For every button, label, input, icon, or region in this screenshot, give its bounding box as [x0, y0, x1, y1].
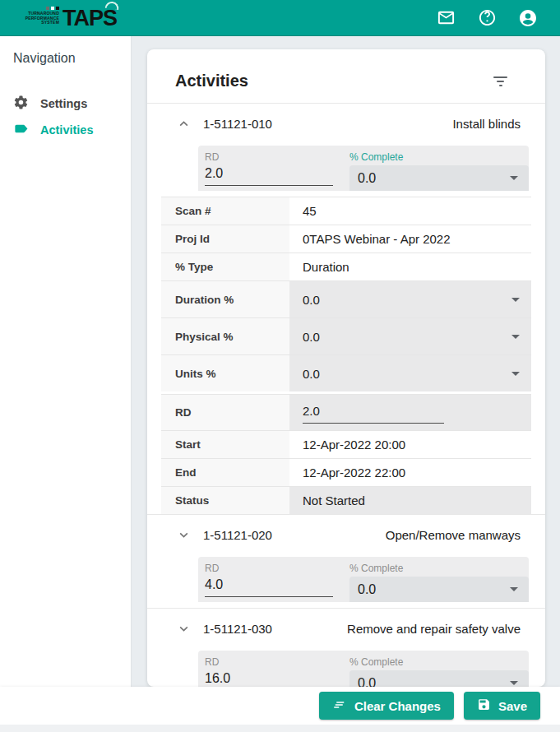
pct-complete-select[interactable]: 0.0 — [349, 670, 529, 687]
rd-field-label: RD — [205, 151, 343, 163]
physical-pct-select[interactable]: 0.0 — [289, 318, 531, 354]
detail-row-projid: Proj Id 0TAPS Webinar - Apr 2022 — [161, 225, 531, 252]
sidebar-title: Navigation — [0, 51, 131, 66]
activity-item: 1-51121-010 Install blinds RD % Complete… — [147, 103, 545, 514]
detail-row-physical-pct: Physical % 0.0 — [161, 317, 531, 354]
taps-logo[interactable]: TURNAROUND PERFORMANCE SYSTEM TAPS — [23, 6, 117, 30]
status-value: Not Started — [289, 487, 531, 514]
detail-row-start: Start 12-Apr-2022 20:00 — [161, 430, 531, 458]
chevron-down-icon — [511, 372, 520, 376]
quick-edit-section: RD % Complete 0.0 — [198, 651, 529, 687]
sidebar-item-label: Activities — [40, 123, 93, 137]
activity-header[interactable]: 1-51121-030 Remove and repair safety val… — [147, 609, 545, 648]
logo-small-text: TURNAROUND PERFORMANCE SYSTEM — [23, 12, 59, 25]
activity-item: 1-51121-020 Open/Remove manways RD % Com… — [147, 514, 545, 602]
activity-id: 1-51121-010 — [203, 117, 272, 131]
detail-row-duration-pct: Duration % 0.0 — [161, 280, 531, 317]
header-icons — [436, 8, 538, 28]
logo-swoosh — [104, 0, 119, 9]
rd-input[interactable] — [205, 164, 333, 186]
units-pct-select[interactable]: 0.0 — [289, 355, 531, 391]
rd-field-group: RD — [205, 563, 343, 602]
sidebar-item-activities[interactable]: Activities — [0, 117, 131, 143]
pct-complete-select[interactable]: 0.0 — [349, 165, 529, 191]
chevron-down-icon — [510, 681, 518, 685]
mail-icon[interactable] — [436, 8, 456, 28]
pct-field-group: % Complete 0.0 — [349, 656, 529, 687]
detail-row-scan: Scan # 45 — [161, 197, 531, 225]
page-title: Activities — [175, 72, 248, 90]
pct-field-group: % Complete 0.0 — [349, 563, 529, 602]
rd-input[interactable] — [205, 669, 333, 687]
activity-description: Remove and repair safety valve — [347, 622, 521, 636]
rd-input[interactable] — [205, 575, 333, 597]
pct-complete-value: 0.0 — [358, 171, 376, 186]
rd-field-label: RD — [205, 656, 343, 668]
chevron-down-icon — [511, 298, 520, 302]
activities-card: Activities 1-51121-010 Install blinds — [147, 49, 545, 687]
activity-header[interactable]: 1-51121-020 Open/Remove manways — [147, 515, 545, 554]
app-root: TURNAROUND PERFORMANCE SYSTEM TAPS Navig… — [0, 0, 560, 732]
chevron-down-icon[interactable] — [174, 525, 193, 544]
sidebar-item-label: Settings — [40, 97, 87, 110]
detail-row-status: Status Not Started — [161, 486, 531, 514]
clear-changes-button[interactable]: Clear Changes — [319, 692, 454, 720]
pct-field-label: % Complete — [349, 151, 529, 163]
gear-icon — [13, 95, 29, 113]
logo-wordmark: TAPS — [62, 6, 117, 30]
detail-row-units-pct: Units % 0.0 — [161, 354, 531, 391]
chevron-up-icon[interactable] — [174, 114, 193, 133]
account-icon[interactable] — [518, 8, 538, 28]
duration-pct-select[interactable]: 0.0 — [289, 281, 531, 317]
quick-edit-section: RD % Complete 0.0 — [198, 557, 529, 602]
help-icon[interactable] — [477, 8, 497, 28]
activity-details: Scan # 45 Proj Id 0TAPS Webinar - Apr 20… — [161, 197, 531, 514]
label-icon — [13, 121, 29, 139]
chevron-down-icon — [511, 335, 520, 339]
pct-complete-value: 0.0 — [358, 582, 376, 597]
pct-field-label: % Complete — [349, 656, 529, 668]
rd-detail-input[interactable] — [303, 402, 444, 424]
sidebar-item-settings[interactable]: Settings — [0, 90, 131, 117]
chevron-down-icon[interactable] — [174, 618, 193, 638]
logo-marks — [46, 7, 59, 10]
save-button[interactable]: Save — [464, 692, 540, 720]
rd-field-group: RD — [205, 151, 343, 191]
pct-complete-select[interactable]: 0.0 — [349, 577, 529, 602]
activity-description: Install blinds — [452, 117, 521, 131]
pct-field-label: % Complete — [349, 563, 529, 574]
detail-row-pcttype: % Type Duration — [161, 252, 531, 280]
save-icon — [477, 697, 491, 714]
detail-row-rd: RD — [161, 394, 531, 430]
rd-field-group: RD — [205, 656, 343, 687]
chevron-down-icon — [510, 587, 518, 591]
main-content: Activities 1-51121-010 Install blinds — [132, 36, 560, 725]
pct-field-group: % Complete 0.0 — [349, 151, 529, 191]
sidebar: Navigation Settings Activities — [0, 36, 132, 725]
activity-id: 1-51121-020 — [203, 528, 272, 542]
filter-icon[interactable] — [490, 73, 511, 90]
activity-item: 1-51121-030 Remove and repair safety val… — [147, 608, 545, 687]
card-header: Activities — [147, 49, 545, 103]
body-frame: Navigation Settings Activities Activitie… — [0, 36, 560, 725]
pct-complete-value: 0.0 — [358, 676, 376, 688]
app-header: TURNAROUND PERFORMANCE SYSTEM TAPS — [0, 0, 560, 36]
rd-field-label: RD — [205, 563, 343, 574]
quick-edit-section: RD % Complete 0.0 — [198, 146, 529, 191]
activity-header[interactable]: 1-51121-010 Install blinds — [147, 104, 545, 143]
clear-all-icon — [332, 697, 347, 715]
activity-id: 1-51121-030 — [203, 622, 272, 636]
activity-description: Open/Remove manways — [386, 528, 521, 542]
logo-left-block: TURNAROUND PERFORMANCE SYSTEM — [23, 7, 59, 30]
chevron-down-icon — [510, 176, 518, 180]
bottom-strip — [0, 725, 560, 732]
detail-row-end: End 12-Apr-2022 22:00 — [161, 458, 531, 486]
action-bar: Clear Changes Save — [0, 687, 560, 725]
